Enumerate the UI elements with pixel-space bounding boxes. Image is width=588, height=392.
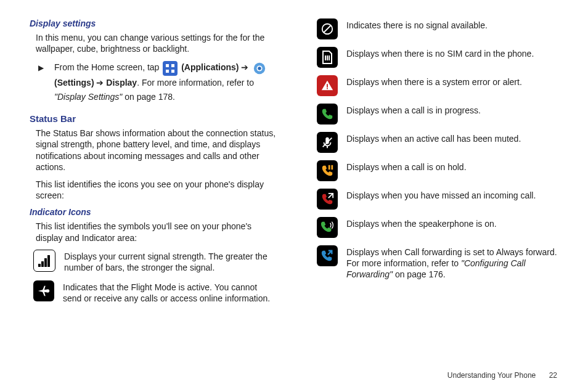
icon-row: Displays when the speakerphone is on. [313,217,560,238]
instruction-page-ref: on page 178. [122,92,175,102]
icon-description: Displays when you have missed an incomin… [346,189,560,201]
no-sim-icon [317,47,338,68]
svg-rect-16 [327,84,328,88]
call-on-hold-icon [317,160,338,181]
icon-description: Displays when there is no SIM card in th… [346,47,560,59]
svg-rect-17 [327,88,328,89]
arrow-1: ➔ [241,62,251,72]
display-label: Display [106,78,137,88]
instruction-text-1: From the Home screen, tap [54,62,161,72]
arrow-2: ➔ [96,78,106,88]
icon-row: Displays when there is a system error or… [313,75,560,96]
svg-rect-13 [325,55,326,60]
icon-description: Indicates there is no signal available. [346,18,560,31]
call-forwarding-icon [317,245,338,266]
applications-label: (Applications) [181,62,239,72]
system-error-icon [317,75,338,96]
call-forward-text-post: on page 176. [393,269,446,279]
svg-rect-3 [171,70,174,73]
icon-description: Displays your current signal strength. T… [64,250,276,273]
icon-description: Displays when a call is on hold. [346,160,560,173]
instruction-block: ▶ From the Home screen, tap (Application… [30,60,276,105]
icon-description: Displays when an active call has been mu… [346,132,560,144]
icon-description: Displays when there is a system error or… [346,75,560,88]
icon-row: Indicates that the Flight Mode is active… [30,280,276,304]
icon-description: Displays when a call is in progress. [346,104,560,116]
display-settings-paragraph: In this menu, you can change various set… [30,32,276,54]
no-signal-icon [317,18,338,39]
svg-rect-15 [329,55,330,60]
svg-rect-21 [329,165,330,169]
svg-rect-22 [331,165,333,169]
svg-line-12 [324,26,331,33]
page-footer: Understanding Your Phone 22 [447,371,557,380]
svg-point-6 [258,67,262,70]
icon-row: Displays your current signal strength. T… [30,250,276,273]
icon-row: Displays when Call forwarding is set to … [313,245,560,280]
call-muted-icon [317,132,338,153]
icon-description: Indicates that the Flight Mode is active… [63,280,276,304]
icon-row: Indicates there is no signal available. [313,18,560,39]
status-bar-heading: Status Bar [30,113,276,124]
footer-section: Understanding Your Phone [447,371,536,380]
display-settings-heading: Display settings [30,18,276,28]
status-bar-paragraph-2: This list identifies the icons you see o… [30,179,276,201]
svg-rect-2 [166,70,169,73]
status-bar-paragraph-1: The Status Bar shows information about t… [30,128,276,173]
settings-icon [252,61,267,76]
applications-icon [163,61,178,76]
icon-row: Displays when a call is on hold. [313,160,560,181]
svg-rect-0 [166,64,169,67]
icon-description: Displays when the speakerphone is on. [346,217,560,229]
icon-description: Displays when Call forwarding is set to … [346,245,560,280]
footer-page-number: 22 [549,371,557,380]
display-settings-ref: "Display Settings" [54,92,122,102]
bullet-icon: ▶ [38,62,44,74]
svg-rect-7 [38,264,41,267]
missed-call-icon [317,189,338,210]
speakerphone-icon [317,217,338,238]
icon-row: Displays when there is no SIM card in th… [313,47,560,68]
settings-label: (Settings) [54,78,94,88]
flight-mode-icon [33,280,54,301]
call-in-progress-icon [317,104,338,125]
svg-rect-14 [327,55,328,60]
svg-rect-10 [47,255,50,267]
signal-strength-icon [33,250,55,272]
svg-rect-1 [171,64,174,67]
svg-rect-9 [44,258,47,267]
indicator-icons-paragraph: This list identifies the symbols you'll … [30,221,276,243]
icon-row: Displays when an active call has been mu… [313,132,560,153]
svg-rect-8 [41,261,44,267]
instruction-text-2: . For more information, refer to [137,78,254,88]
icon-row: Displays when a call is in progress. [313,104,560,125]
icon-row: Displays when you have missed an incomin… [313,189,560,210]
indicator-icons-heading: Indicator Icons [30,207,276,217]
